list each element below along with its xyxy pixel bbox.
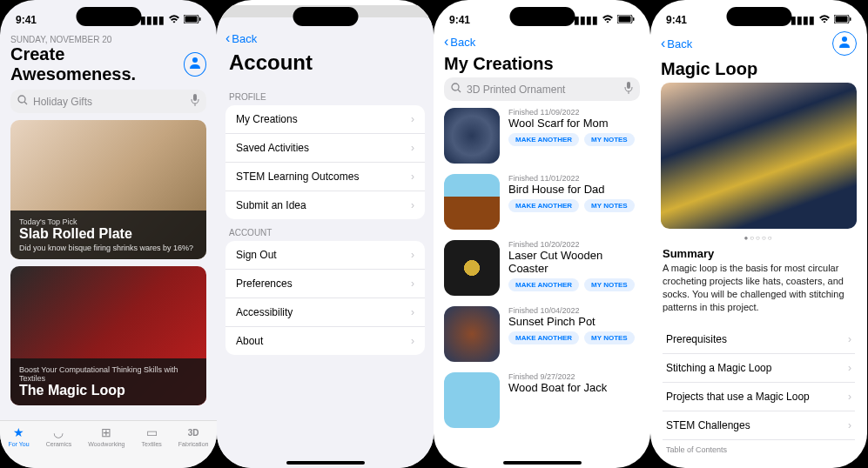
row-saved-activities[interactable]: Saved Activities› [225, 134, 425, 163]
back-button[interactable]: ‹ Back [217, 26, 434, 50]
cube-icon: 3D [185, 425, 201, 440]
signal-icon: ▮▮▮▮ [140, 14, 165, 26]
svg-rect-14 [836, 17, 848, 23]
row-submit-idea[interactable]: Submit an Idea› [225, 191, 425, 219]
chevron-right-icon: › [848, 333, 851, 345]
mic-icon[interactable] [624, 82, 633, 97]
finished-date: Finished 11/09/2022 [508, 108, 640, 117]
page-dots[interactable]: ●○○○○ [650, 234, 867, 242]
creation-name: Bird House for Dad [508, 183, 640, 196]
search-input[interactable]: 3D Printed Ornament [444, 77, 640, 101]
creation-item[interactable]: Finished 10/20/2022 Laser Cut Wooden Coa… [444, 240, 640, 296]
my-notes-button[interactable]: MY NOTES [584, 133, 635, 146]
status-time: 9:41 [449, 14, 470, 26]
finished-date: Finished 9/27/2022 [508, 372, 640, 381]
status-indicators: ▮▮▮▮ [791, 14, 851, 26]
row-my-creations[interactable]: My Creations› [225, 105, 425, 134]
account-button[interactable] [832, 31, 857, 56]
row-sign-out[interactable]: Sign Out› [225, 241, 425, 270]
featured-card[interactable]: Boost Your Computational Thinking Skills… [10, 266, 206, 405]
row-about[interactable]: About› [225, 327, 425, 355]
toc-prerequisites[interactable]: Prerequisites› [663, 325, 855, 354]
creation-item[interactable]: Finished 11/09/2022 Wool Scarf for Mom M… [444, 108, 640, 164]
account-button[interactable] [184, 52, 206, 77]
status-time: 9:41 [16, 14, 37, 26]
tab-fabrication[interactable]: 3D Fabrication [178, 425, 209, 447]
home-indicator[interactable] [503, 461, 582, 465]
tab-label: Textiles [141, 441, 161, 447]
tab-woodworking[interactable]: ⊞ Woodworking [88, 425, 124, 447]
home-indicator[interactable] [286, 461, 365, 465]
svg-line-5 [24, 102, 27, 104]
discover-screen: 9:41 ▮▮▮▮ Sunday, November 20 Create Awe… [0, 0, 217, 468]
svg-point-4 [18, 96, 25, 103]
creation-thumbnail [444, 108, 500, 164]
tab-textiles[interactable]: ▭ Textiles [141, 425, 161, 447]
chevron-left-icon: ‹ [444, 35, 448, 49]
creation-item[interactable]: Finished 10/04/2022 Sunset Pinch Pot MAK… [444, 306, 640, 362]
person-icon [838, 35, 851, 52]
creation-name: Wood Boat for Jack [508, 381, 640, 394]
chevron-right-icon: › [411, 142, 414, 154]
battery-icon [834, 14, 851, 26]
my-notes-button[interactable]: MY NOTES [584, 199, 635, 212]
creation-thumbnail [444, 240, 500, 296]
mic-icon[interactable] [191, 94, 199, 109]
section-header: ACCOUNT [217, 219, 434, 241]
search-placeholder: Holiday Gifts [33, 96, 92, 108]
chevron-right-icon: › [411, 199, 414, 211]
toc-stem-challenges[interactable]: STEM Challenges› [663, 411, 855, 440]
chevron-right-icon: › [848, 362, 851, 374]
tab-bar: ★ For You ◡ Ceramics ⊞ Woodworking ▭ Tex… [0, 420, 217, 468]
page-title: My Creations [434, 52, 650, 77]
search-placeholder: 3D Printed Ornament [467, 84, 565, 96]
featured-card[interactable]: Today's Top Pick Slab Rolled Plate Did y… [10, 120, 206, 259]
profile-list: My Creations› Saved Activities› STEM Lea… [225, 105, 425, 219]
my-notes-button[interactable]: MY NOTES [584, 331, 635, 344]
make-another-button[interactable]: MAKE ANOTHER [508, 199, 579, 212]
creation-thumbnail [444, 372, 500, 428]
status-time: 9:41 [666, 14, 687, 26]
row-stem-outcomes[interactable]: STEM Learning Outcomes› [225, 163, 425, 191]
toc-projects[interactable]: Projects that use a Magic Loop› [663, 383, 855, 411]
card-eyebrow: Boost Your Computational Thinking Skills… [19, 365, 198, 383]
make-another-button[interactable]: MAKE ANOTHER [508, 331, 579, 344]
creation-thumbnail [444, 174, 500, 230]
creation-name: Wool Scarf for Mom [508, 117, 640, 130]
svg-line-11 [458, 90, 461, 92]
wifi-icon [602, 14, 614, 26]
back-label: Back [667, 37, 692, 50]
status-indicators: ▮▮▮▮ [574, 14, 635, 26]
notch [293, 7, 358, 26]
chevron-right-icon: › [411, 306, 414, 318]
summary-text: A magic loop is the basis for most circu… [663, 262, 855, 313]
creation-item[interactable]: Finished 9/27/2022 Wood Boat for Jack [444, 372, 640, 428]
back-button[interactable]: ‹ Back [441, 35, 479, 49]
my-notes-button[interactable]: MY NOTES [584, 278, 635, 291]
section-header: PROFILE [217, 84, 434, 105]
bowl-icon: ◡ [50, 425, 66, 440]
svg-point-16 [842, 37, 847, 42]
chevron-right-icon: › [411, 170, 414, 183]
make-another-button[interactable]: MAKE ANOTHER [508, 278, 579, 291]
search-input[interactable]: Holiday Gifts [10, 90, 206, 113]
battery-icon [617, 14, 635, 26]
finished-date: Finished 10/04/2022 [508, 306, 640, 315]
toc-stitching[interactable]: Stitching a Magic Loop› [663, 354, 855, 383]
tab-for-you[interactable]: ★ For You [9, 425, 30, 447]
row-accessibility[interactable]: Accessibility› [225, 298, 425, 327]
make-another-button[interactable]: MAKE ANOTHER [508, 133, 579, 146]
hero-image[interactable] [661, 83, 857, 229]
svg-rect-12 [627, 82, 630, 89]
back-label: Back [450, 36, 475, 49]
tab-ceramics[interactable]: ◡ Ceramics [46, 425, 72, 447]
chevron-right-icon: › [411, 249, 414, 261]
my-creations-screen: 9:41 ▮▮▮▮ ‹ Back My Creations 3D Printed… [434, 0, 650, 468]
back-button[interactable]: ‹ Back [657, 37, 696, 50]
chevron-right-icon: › [848, 419, 851, 431]
creation-item[interactable]: Finished 11/01/2022 Bird House for Dad M… [444, 174, 640, 230]
finished-date: Finished 11/01/2022 [508, 174, 640, 183]
row-preferences[interactable]: Preferences› [225, 270, 425, 298]
svg-rect-15 [850, 17, 851, 21]
creation-name: Laser Cut Wooden Coaster [508, 249, 640, 275]
